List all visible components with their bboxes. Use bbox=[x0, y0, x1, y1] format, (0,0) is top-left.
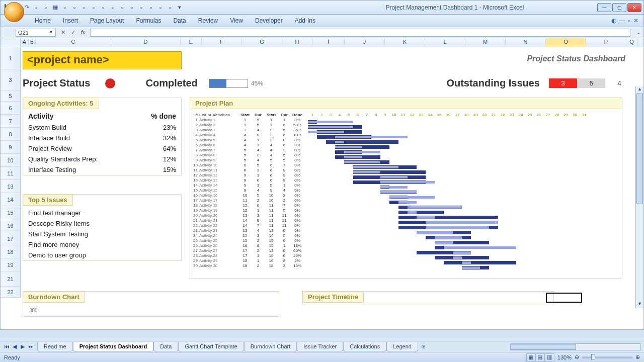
ribbon-tab-data[interactable]: Data bbox=[167, 15, 192, 26]
zoom-in-icon[interactable]: ⊕ bbox=[635, 354, 640, 360]
table-row[interactable]: Quality Standards Prep.12% bbox=[23, 154, 181, 164]
horizontal-scrollbar[interactable] bbox=[510, 343, 641, 350]
ribbon-tab-home[interactable]: Home bbox=[29, 15, 57, 26]
scroll-thumb[interactable] bbox=[511, 344, 576, 350]
gantt-row[interactable]: 7Activity 754430% bbox=[193, 147, 619, 152]
qat-icon[interactable]: ▫ bbox=[166, 4, 174, 12]
qat-icon[interactable]: ▫ bbox=[128, 4, 136, 12]
gantt-row[interactable]: 28Activity 2817115625% bbox=[193, 253, 619, 258]
col-header[interactable]: K bbox=[385, 38, 425, 47]
scroll-up-icon[interactable]: ▲ bbox=[636, 86, 643, 94]
col-header[interactable]: D bbox=[111, 38, 181, 47]
ribbon-tab-add-ins[interactable]: Add-Ins bbox=[289, 15, 321, 26]
scroll-thumb[interactable] bbox=[636, 94, 643, 204]
sheet-tab[interactable]: Issue Tracker bbox=[297, 342, 343, 351]
row-header[interactable]: 10 bbox=[1, 154, 21, 167]
gantt-row[interactable]: 1Activity 115110% bbox=[193, 117, 619, 122]
fx-icon[interactable]: fx bbox=[79, 29, 87, 36]
row-header[interactable]: 14 bbox=[1, 193, 21, 206]
ribbon-tab-view[interactable]: View bbox=[224, 15, 249, 26]
row-header[interactable]: 5 bbox=[1, 90, 21, 102]
row-header[interactable]: 11 bbox=[1, 167, 21, 180]
row-header[interactable]: 6 bbox=[1, 102, 21, 115]
ribbon-options-icon[interactable]: ▫ bbox=[628, 17, 630, 24]
sheet-tab[interactable]: Legend bbox=[386, 342, 418, 351]
table-row[interactable]: System Build23% bbox=[23, 122, 181, 133]
active-cell-selection[interactable] bbox=[546, 293, 582, 303]
col-header[interactable]: P bbox=[586, 38, 626, 47]
view-pagelayout-icon[interactable]: ▤ bbox=[536, 354, 545, 361]
ribbon-tab-page-layout[interactable]: Page Layout bbox=[84, 15, 130, 26]
row-header[interactable]: 8 bbox=[1, 128, 21, 141]
minimize-button[interactable]: — bbox=[597, 3, 611, 12]
view-pagebreak-icon[interactable]: ▥ bbox=[545, 354, 554, 361]
sheet-tab[interactable]: Calculations bbox=[343, 342, 386, 351]
col-header[interactable]: I bbox=[312, 38, 345, 47]
qat-icon[interactable]: ▫ bbox=[118, 4, 126, 12]
list-item[interactable]: Find more money bbox=[23, 239, 181, 250]
gantt-row[interactable]: 27Activity 2717213660% bbox=[193, 248, 619, 253]
vertical-scrollbar[interactable]: ▲ ▼ bbox=[635, 86, 643, 308]
qat-icon[interactable]: ▫ bbox=[42, 4, 50, 12]
gantt-row[interactable]: 8Activity 852450% bbox=[193, 152, 619, 157]
expand-formula-bar-icon[interactable]: ⌄ bbox=[636, 30, 643, 35]
qat-icon[interactable]: ▫ bbox=[61, 4, 69, 12]
col-header[interactable]: L bbox=[425, 38, 465, 47]
gantt-row[interactable]: 26Activity 2616815118% bbox=[193, 243, 619, 248]
sheet-tab[interactable]: Project Status Dashboard bbox=[73, 342, 153, 351]
qat-icon[interactable]: ▫ bbox=[80, 4, 88, 12]
new-sheet-icon[interactable]: ⊕ bbox=[418, 343, 429, 350]
view-normal-icon[interactable]: ▦ bbox=[527, 354, 536, 361]
row-header[interactable]: 19 bbox=[1, 258, 21, 272]
row-header[interactable]: 15 bbox=[1, 206, 21, 219]
gantt-row[interactable]: 3Activity 3142535% bbox=[193, 127, 619, 132]
zoom-slider[interactable] bbox=[582, 356, 632, 358]
row-header[interactable]: 17 bbox=[1, 232, 21, 245]
qat-icon[interactable]: ▫ bbox=[70, 4, 78, 12]
list-item[interactable]: Descope Risky Items bbox=[23, 218, 181, 229]
list-item[interactable]: Find test manager bbox=[23, 208, 181, 218]
first-sheet-icon[interactable]: ⏮ bbox=[3, 343, 10, 350]
qat-more-icon[interactable]: ▾ bbox=[176, 4, 184, 12]
ribbon-tab-formulas[interactable]: Formulas bbox=[130, 15, 167, 26]
table-row[interactable]: Interface Testing15% bbox=[23, 164, 181, 175]
col-header[interactable]: C bbox=[36, 38, 111, 47]
col-header[interactable]: Q bbox=[626, 38, 637, 47]
gantt-row[interactable]: 10Activity 1065670% bbox=[193, 162, 619, 167]
select-all-corner[interactable] bbox=[1, 38, 21, 47]
gantt-row[interactable]: 25Activity 251521560% bbox=[193, 238, 619, 243]
ribbon-tab-insert[interactable]: Insert bbox=[57, 15, 84, 26]
col-header[interactable]: G bbox=[242, 38, 282, 47]
row-header[interactable]: 16 bbox=[1, 219, 21, 232]
gantt-row[interactable]: 9Activity 954550% bbox=[193, 157, 619, 162]
table-row[interactable]: Interface Build32% bbox=[23, 133, 181, 143]
qat-icon[interactable]: ▫ bbox=[90, 4, 98, 12]
last-sheet-icon[interactable]: ⏭ bbox=[27, 343, 34, 350]
row-header[interactable]: 13 bbox=[1, 180, 21, 193]
row-header[interactable]: 1 bbox=[1, 47, 21, 69]
col-header[interactable]: F bbox=[202, 38, 242, 47]
cancel-icon[interactable]: ✕ bbox=[59, 29, 67, 36]
project-name-cell[interactable]: <project name> bbox=[23, 51, 182, 69]
row-header[interactable]: 3 bbox=[1, 69, 21, 90]
gantt-row[interactable]: 29Activity 291811685% bbox=[193, 258, 619, 263]
view-buttons[interactable]: ▦ ▤ ▥ bbox=[526, 353, 554, 361]
maximize-button[interactable]: ▢ bbox=[612, 3, 626, 12]
row-header[interactable]: 7 bbox=[1, 115, 21, 128]
row-header[interactable]: 9 bbox=[1, 141, 21, 154]
qat-icon[interactable]: ▫ bbox=[137, 4, 145, 12]
ribbon-tab-review[interactable]: Review bbox=[192, 15, 224, 26]
col-header[interactable]: B bbox=[29, 38, 36, 47]
minimize-ribbon-icon[interactable]: — bbox=[619, 17, 625, 24]
sheet-tab[interactable]: Burndown Chart bbox=[244, 342, 297, 351]
col-header[interactable]: E bbox=[181, 38, 202, 47]
col-header[interactable]: N bbox=[506, 38, 546, 47]
scroll-down-icon[interactable]: ▼ bbox=[636, 301, 643, 308]
qat-icon[interactable]: ▫ bbox=[32, 4, 40, 12]
confirm-icon[interactable]: ✓ bbox=[69, 29, 77, 36]
zoom-pct[interactable]: 130% bbox=[557, 354, 572, 360]
name-box[interactable]: O21 ▼ bbox=[16, 29, 56, 37]
sheet-tab[interactable]: Read me bbox=[37, 342, 73, 351]
sheet-tab[interactable]: Gantt Chart Template bbox=[178, 342, 244, 351]
gantt-row[interactable]: 4Activity 4482610% bbox=[193, 132, 619, 137]
